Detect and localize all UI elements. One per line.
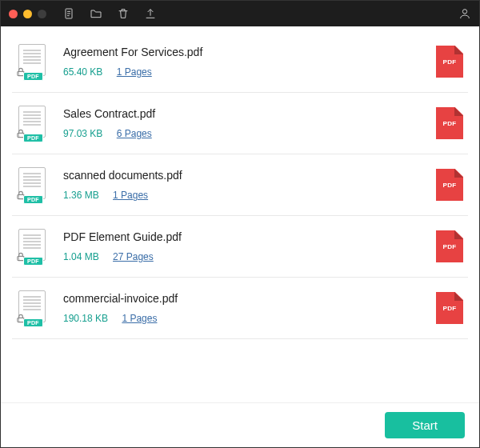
file-pages-link[interactable]: 27 Pages <box>113 251 154 262</box>
svg-point-4 <box>462 10 466 14</box>
file-meta: Agreement For Services.pdf 65.40 KB 1 Pa… <box>63 46 426 78</box>
file-list: PDF Agreement For Services.pdf 65.40 KB … <box>1 26 479 402</box>
pdf-badge: PDF <box>23 318 43 327</box>
file-name: scanned documents.pdf <box>63 169 426 182</box>
file-name: commercial-invoice.pdf <box>63 292 426 305</box>
file-meta: Sales Contract.pdf 97.03 KB 6 Pages <box>63 107 426 139</box>
file-pages-link[interactable]: 6 Pages <box>117 128 152 139</box>
file-row[interactable]: PDF Sales Contract.pdf 97.03 KB 6 Pages … <box>12 93 468 154</box>
toolbar-actions <box>62 7 157 20</box>
file-size: 1.04 MB <box>63 251 99 262</box>
user-icon[interactable] <box>458 7 471 20</box>
file-thumbnail: PDF <box>17 167 49 202</box>
file-name: PDF Element Guide.pdf <box>63 230 426 243</box>
window-controls <box>9 10 46 18</box>
file-meta: scanned documents.pdf 1.36 MB 1 Pages <box>63 169 426 201</box>
file-size: 65.40 KB <box>63 66 102 78</box>
start-button[interactable]: Start <box>385 412 465 438</box>
pdf-file-icon[interactable]: PDF <box>436 46 463 78</box>
pdf-file-icon[interactable]: PDF <box>436 169 463 201</box>
file-meta: PDF Element Guide.pdf 1.04 MB 27 Pages <box>63 230 426 262</box>
pdf-badge: PDF <box>23 257 43 266</box>
upload-icon[interactable] <box>144 7 157 20</box>
footer: Start <box>1 402 479 447</box>
file-pages-link[interactable]: 1 Pages <box>113 190 148 201</box>
pdf-badge: PDF <box>23 195 43 204</box>
folder-icon[interactable] <box>90 7 102 20</box>
file-row[interactable]: PDF PDF Element Guide.pdf 1.04 MB 27 Pag… <box>12 216 468 278</box>
file-thumbnail: PDF <box>17 106 49 141</box>
file-row[interactable]: PDF scanned documents.pdf 1.36 MB 1 Page… <box>12 154 468 216</box>
document-icon[interactable] <box>62 7 75 20</box>
file-thumbnail: PDF <box>17 229 49 264</box>
trash-icon[interactable] <box>117 7 130 20</box>
pdf-file-icon[interactable]: PDF <box>436 107 463 139</box>
pdf-file-icon[interactable]: PDF <box>436 230 463 262</box>
file-name: Agreement For Services.pdf <box>63 46 426 58</box>
close-window-button[interactable] <box>9 10 18 18</box>
file-pages-link[interactable]: 1 Pages <box>117 66 152 78</box>
file-row[interactable]: PDF commercial-invoice.pdf 190.18 KB 1 P… <box>12 278 468 339</box>
file-meta: commercial-invoice.pdf 190.18 KB 1 Pages <box>63 292 426 324</box>
file-size: 1.36 MB <box>63 190 99 201</box>
file-pages-link[interactable]: 1 Pages <box>122 313 157 324</box>
pdf-badge: PDF <box>23 72 43 81</box>
pdf-badge: PDF <box>23 134 43 142</box>
file-row[interactable]: PDF Agreement For Services.pdf 65.40 KB … <box>12 31 468 93</box>
file-size: 190.18 KB <box>63 313 108 324</box>
titlebar <box>1 1 479 26</box>
file-size: 97.03 KB <box>63 128 102 139</box>
minimize-window-button[interactable] <box>23 10 32 18</box>
pdf-file-icon[interactable]: PDF <box>436 292 463 324</box>
file-name: Sales Contract.pdf <box>63 107 426 120</box>
maximize-window-button[interactable] <box>38 10 46 18</box>
file-thumbnail: PDF <box>17 290 49 326</box>
file-thumbnail: PDF <box>17 44 49 79</box>
